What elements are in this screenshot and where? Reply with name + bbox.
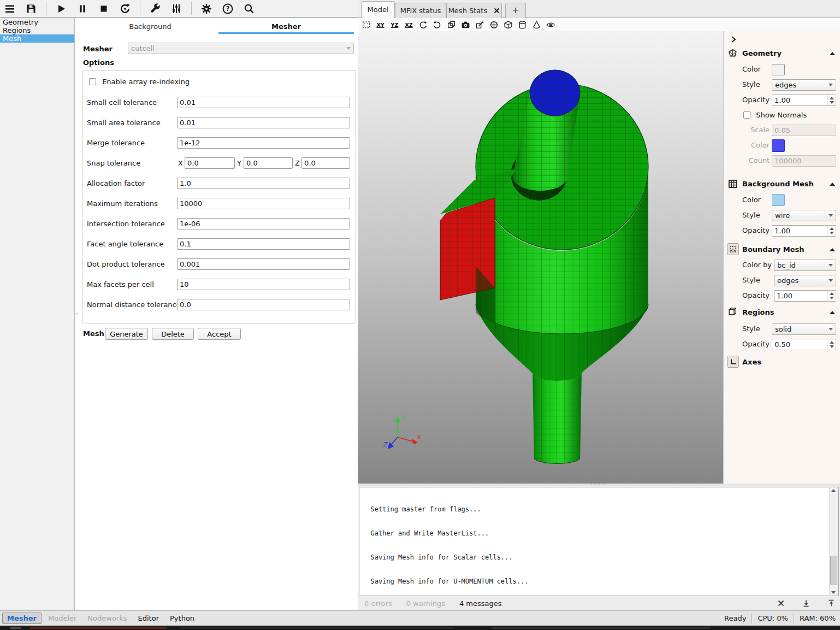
mode-modeler[interactable]: Modeler [44, 613, 81, 623]
tab-model[interactable]: Model [361, 1, 395, 18]
generate-mesh-button[interactable]: Generate [105, 328, 148, 340]
mode-editor[interactable]: Editor [134, 613, 163, 623]
geometry-color-swatch[interactable] [772, 64, 785, 75]
spin-down-icon[interactable] [830, 232, 834, 234]
sidebar-expand-button[interactable] [728, 34, 738, 44]
small-cell-tolerance-input[interactable] [177, 97, 350, 108]
view-xy-button[interactable]: XY [375, 20, 386, 30]
small-area-tolerance-input[interactable] [177, 117, 350, 128]
nav-item-mesh[interactable]: Mesh [0, 34, 74, 43]
mesher-combobox[interactable]: cutcell [128, 43, 354, 54]
dot-product-tolerance-input[interactable] [177, 258, 350, 270]
enable-array-reindexing-checkbox[interactable] [89, 78, 96, 85]
axes-toggle-button[interactable] [727, 356, 739, 368]
normals-color-swatch[interactable] [772, 139, 785, 152]
tab-mesher[interactable]: Mesher [218, 22, 354, 32]
add-disc-button[interactable] [546, 20, 556, 30]
run-button[interactable] [55, 2, 68, 15]
console-scrollbar-thumb[interactable] [830, 556, 837, 585]
mode-nodeworks[interactable]: Nodeworks [83, 613, 131, 623]
save-button[interactable] [25, 2, 38, 15]
close-tab-icon[interactable] [492, 7, 500, 15]
maximum-iterations-input[interactable] [177, 198, 350, 209]
delete-mesh-button[interactable]: Delete [152, 328, 194, 340]
spin-down-icon[interactable] [830, 101, 834, 104]
normal-distance-tolerance-input[interactable] [177, 299, 350, 310]
scroll-to-top-button[interactable] [826, 598, 837, 609]
add-cone-button[interactable] [531, 20, 542, 30]
rotate-left-button[interactable] [418, 20, 428, 30]
add-sphere-button[interactable] [489, 20, 499, 30]
accept-mesh-button[interactable]: Accept [198, 328, 241, 340]
nav-item-regions[interactable]: Regions [0, 26, 74, 34]
add-box-button[interactable] [503, 20, 513, 30]
collapse-icon[interactable] [830, 311, 835, 314]
snap-tolerance-z-input[interactable] [301, 157, 350, 169]
add-cylinder-button[interactable] [517, 20, 528, 30]
screenshot-button[interactable] [460, 20, 471, 30]
mode-python[interactable]: Python [165, 613, 199, 623]
save-log-button[interactable] [801, 598, 812, 609]
background-mesh-section-header[interactable]: Background Mesh [742, 180, 814, 188]
regions-opacity-spinbox[interactable]: 0.50 [772, 339, 836, 350]
console-scrollbar[interactable] [829, 488, 838, 595]
perspective-button[interactable] [446, 20, 457, 30]
facet-angle-tolerance-input[interactable] [177, 238, 350, 250]
spin-up-icon[interactable] [830, 341, 834, 344]
parameters-button[interactable] [170, 2, 183, 15]
help-button[interactable]: ? [221, 2, 234, 15]
collapse-icon[interactable] [830, 182, 835, 186]
spin-down-icon[interactable] [830, 297, 834, 299]
spin-up-icon[interactable] [830, 97, 834, 99]
stop-button[interactable] [97, 2, 110, 15]
scroll-up-icon[interactable] [831, 489, 836, 492]
rotate-right-button[interactable] [432, 20, 442, 30]
boundary-mesh-toggle-button[interactable] [727, 243, 739, 255]
background-mesh-opacity-spinbox[interactable]: 1.00 [772, 225, 836, 237]
allocation-factor-input[interactable] [177, 178, 350, 189]
geometry-opacity-spinbox[interactable]: 1.00 [772, 95, 836, 106]
add-tab-button[interactable]: + [505, 3, 526, 18]
mode-mesher[interactable]: Mesher [2, 613, 42, 624]
background-mesh-style-combobox[interactable]: wire [772, 210, 836, 221]
axes-section-header[interactable]: Axes [742, 358, 761, 366]
scroll-down-icon[interactable] [831, 591, 836, 594]
clear-console-button[interactable] [776, 598, 786, 609]
pause-button[interactable] [76, 2, 89, 15]
max-facets-per-cell-input[interactable] [177, 279, 350, 290]
snap-tolerance-y-input[interactable] [244, 157, 293, 169]
menu-button[interactable] [3, 2, 16, 15]
reset-view-button[interactable] [361, 20, 371, 30]
settings-button[interactable] [200, 2, 213, 15]
view-yz-button[interactable]: YZ [389, 20, 400, 30]
boundary-mesh-opacity-spinbox[interactable]: 1.00 [774, 290, 836, 302]
nav-item-geometry[interactable]: Geometry [0, 18, 74, 26]
boundary-mesh-style-combobox[interactable]: edges [774, 275, 836, 286]
collapse-icon[interactable] [830, 52, 835, 55]
tab-mfix-status[interactable]: MFiX status [395, 3, 446, 18]
geometry-section-header[interactable]: Geometry [742, 49, 782, 57]
console-output[interactable]: Setting master from flags... Gather and … [359, 487, 839, 596]
merge-tolerance-input[interactable] [177, 137, 350, 149]
geometry-style-combobox[interactable]: edges [772, 79, 836, 91]
regions-section-header[interactable]: Regions [742, 308, 774, 316]
view-xz-button[interactable]: XZ [404, 20, 414, 30]
visibility-button[interactable] [475, 20, 485, 30]
boundary-mesh-color-by-combobox[interactable]: bc_id [774, 260, 836, 271]
show-normals-checkbox[interactable] [743, 111, 750, 119]
nav-collapse-handle[interactable]: ‹ [74, 308, 80, 319]
build-button[interactable] [149, 2, 162, 15]
spin-up-icon[interactable] [830, 292, 834, 295]
vtk-viewport[interactable]: Y X Z [358, 31, 723, 484]
intersection-tolerance-input[interactable] [177, 218, 350, 229]
regions-style-combobox[interactable]: solid [772, 323, 836, 335]
snap-tolerance-x-input[interactable] [185, 157, 235, 169]
background-mesh-color-swatch[interactable] [772, 194, 785, 206]
collapse-icon[interactable] [830, 248, 835, 251]
boundary-mesh-section-header[interactable]: Boundary Mesh [742, 245, 804, 254]
spin-down-icon[interactable] [830, 345, 834, 348]
tab-mesh-stats[interactable]: Mesh Stats [446, 3, 502, 18]
tab-background[interactable]: Background [82, 22, 218, 32]
reset-button[interactable] [119, 2, 132, 15]
spin-up-icon[interactable] [830, 227, 834, 230]
